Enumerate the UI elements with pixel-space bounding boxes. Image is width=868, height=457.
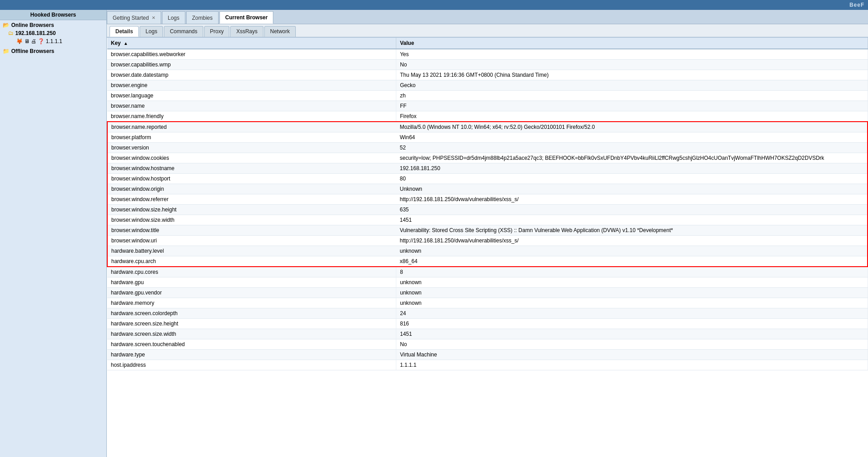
cell-key: hardware.screen.size.width (107, 329, 396, 339)
cell-value: 816 (396, 319, 868, 329)
cell-value: 635 (396, 205, 868, 215)
table-row: hardware.gpu.vendorunknown (107, 288, 868, 298)
browser-ip[interactable]: 🗂 192.168.181.250 (0, 29, 106, 37)
cell-value: 1451 (396, 329, 868, 339)
cell-key: hardware.battery.level (107, 246, 396, 256)
cell-key: browser.capabilities.wmp (107, 60, 396, 70)
tab-bar: Getting Started✕LogsZombiesCurrent Brows… (107, 10, 868, 24)
cell-value: Thu May 13 2021 19:16:36 GMT+0800 (China… (396, 70, 868, 80)
col-value-header: Value (396, 38, 868, 49)
folder-open-icon: 📂 (3, 22, 9, 28)
table-row: hardware.screen.size.height816 (107, 319, 868, 329)
sub-tab-bar: DetailsLogsCommandsProxyXssRaysNetwork (107, 24, 868, 38)
table-row: hardware.typeVirtual Machine (107, 350, 868, 360)
cell-key: browser.version (107, 143, 396, 153)
sidebar: Hooked Browsers 📂 Online Browsers 🗂 192.… (0, 10, 107, 457)
tab-close-getting-started[interactable]: ✕ (152, 15, 155, 20)
cell-value: No (396, 339, 868, 350)
cell-key: hardware.memory (107, 298, 396, 308)
col-key-header[interactable]: Key ▲ (107, 38, 396, 49)
cell-value: 24 (396, 308, 868, 319)
browser-icon-2: 🖥 (24, 38, 30, 44)
browser-icon-3: 🖨 (31, 38, 36, 44)
table-row: browser.platformWin64 (107, 132, 868, 143)
sidebar-title: Hooked Browsers (0, 10, 106, 20)
sub-tab-details[interactable]: Details (110, 26, 139, 37)
cell-value: 80 (396, 174, 868, 184)
cell-value: FF (396, 101, 868, 111)
cell-value: 192.168.181.250 (396, 163, 868, 174)
content-area: Getting Started✕LogsZombiesCurrent Brows… (107, 10, 868, 457)
cell-key: browser.capabilities.webworker (107, 49, 396, 60)
cell-value: unknown (396, 288, 868, 298)
cell-key: browser.date.datestamp (107, 70, 396, 80)
table-row: browser.languagezh (107, 91, 868, 101)
cell-value: Firefox (396, 111, 868, 122)
cell-key: hardware.screen.colordepth (107, 308, 396, 319)
cell-key: host.ipaddress (107, 360, 396, 370)
cell-value: Win64 (396, 132, 868, 143)
table-row: hardware.battery.levelunknown (107, 246, 868, 256)
cell-key: browser.window.uri (107, 236, 396, 246)
table-row: host.ipaddress1.1.1.1 (107, 360, 868, 370)
cell-key: browser.window.referrer (107, 194, 396, 205)
cell-key: browser.window.size.width (107, 215, 396, 225)
cell-value: Unknown (396, 184, 868, 194)
cell-value: Vulnerability: Stored Cross Site Scripti… (396, 225, 868, 236)
cell-key: browser.engine (107, 80, 396, 91)
cell-value: x86_64 (396, 256, 868, 267)
cell-value: Yes (396, 49, 868, 60)
cell-value: Virtual Machine (396, 350, 868, 360)
cell-key: browser.window.title (107, 225, 396, 236)
cell-value: zh (396, 91, 868, 101)
cell-value: http://192.168.181.250/dvwa/vulnerabilit… (396, 194, 868, 205)
table-row: browser.window.urihttp://192.168.181.250… (107, 236, 868, 246)
cell-key: hardware.gpu.vendor (107, 288, 396, 298)
table-row: hardware.memoryunknown (107, 298, 868, 308)
tab-current-browser[interactable]: Current Browser (219, 11, 274, 24)
sub-tab-commands[interactable]: Commands (164, 26, 203, 37)
table-row: browser.window.size.width1451 (107, 215, 868, 225)
table-row: hardware.screen.touchenabledNo (107, 339, 868, 350)
cell-value: unknown (396, 246, 868, 256)
table-row: hardware.screen.size.width1451 (107, 329, 868, 339)
cell-key: browser.window.hostname (107, 163, 396, 174)
cell-value: No (396, 60, 868, 70)
cell-value: Gecko (396, 80, 868, 91)
sub-tab-xssrays[interactable]: XssRays (230, 26, 263, 37)
cell-key: browser.window.cookies (107, 153, 396, 163)
cell-key: browser.window.origin (107, 184, 396, 194)
cell-key: hardware.gpu (107, 277, 396, 288)
cell-value: unknown (396, 277, 868, 288)
table-row: browser.window.titleVulnerability: Store… (107, 225, 868, 236)
table-row: browser.nameFF (107, 101, 868, 111)
cell-key: hardware.cpu.cores (107, 267, 396, 277)
sub-tab-network[interactable]: Network (264, 26, 296, 37)
firefox-icon: 🦊 (16, 38, 23, 44)
sub-tab-logs[interactable]: Logs (140, 26, 163, 37)
table-row: browser.window.referrerhttp://192.168.18… (107, 194, 868, 205)
cell-value: http://192.168.181.250/dvwa/vulnerabilit… (396, 236, 868, 246)
cell-key: hardware.screen.touchenabled (107, 339, 396, 350)
table-row: browser.window.size.height635 (107, 205, 868, 215)
table-row: browser.date.datestampThu May 13 2021 19… (107, 70, 868, 80)
cell-value: Mozilla/5.0 (Windows NT 10.0; Win64; x64… (396, 122, 868, 132)
cell-key: browser.name (107, 101, 396, 111)
table-row: browser.window.cookiessecurity=low; PHPS… (107, 153, 868, 163)
details-table: Key ▲ Value browser.capabilities.webwork… (107, 38, 868, 370)
tab-zombies[interactable]: Zombies (186, 11, 219, 24)
cell-key: hardware.cpu.arch (107, 256, 396, 267)
table-row: browser.window.originUnknown (107, 184, 868, 194)
sub-tab-proxy[interactable]: Proxy (204, 26, 230, 37)
tab-logs[interactable]: Logs (162, 11, 185, 24)
table-row: browser.engineGecko (107, 80, 868, 91)
cell-key: browser.window.hostport (107, 174, 396, 184)
table-row: hardware.screen.colordepth24 (107, 308, 868, 319)
offline-browsers-section: 📁 Offline Browsers (0, 46, 106, 56)
table-row: browser.window.hostport80 (107, 174, 868, 184)
cell-key: browser.window.size.height (107, 205, 396, 215)
folder-icon-ip: 🗂 (8, 30, 13, 36)
cell-key: browser.name.friendly (107, 111, 396, 122)
cell-value: 8 (396, 267, 868, 277)
tab-getting-started[interactable]: Getting Started✕ (107, 11, 161, 24)
